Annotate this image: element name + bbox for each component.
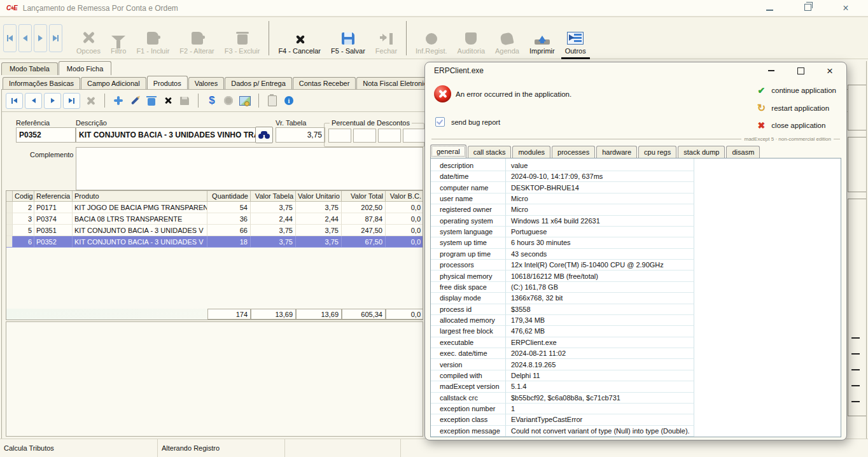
column-header[interactable]: Valor Unitario	[296, 191, 342, 202]
column-header[interactable]: Quantidade	[207, 191, 251, 202]
error-table-row[interactable]: program up time43 seconds	[431, 249, 841, 260]
close-icon[interactable]: ×	[837, 3, 854, 13]
grid-previous-button[interactable]	[25, 93, 42, 109]
desconto-field-2[interactable]	[353, 129, 376, 143]
agenda-button[interactable]: Agenda	[490, 22, 524, 55]
alterar-button[interactable]: F2 - Alterar	[174, 22, 219, 55]
grid-price-button[interactable]: $	[206, 95, 218, 106]
error-table-row[interactable]: compiled withDelphi 11	[431, 370, 841, 381]
continue-application-link[interactable]: ✔ continue application	[756, 85, 836, 95]
search-button[interactable]	[255, 127, 273, 143]
column-header[interactable]: Referencia	[34, 191, 73, 202]
tab-cpu-regs[interactable]: cpu regs	[638, 146, 676, 158]
error-table-row[interactable]: allocated memory179,34 MB	[431, 315, 841, 326]
tab-informacoes-basicas[interactable]: Informações Basicas	[3, 77, 80, 89]
column-header[interactable]: Valor B.C.	[386, 191, 423, 202]
opcoes-button[interactable]: Opcoes	[71, 22, 106, 55]
error-table-row[interactable]: exec. date/time2024-08-21 11:02	[431, 348, 841, 359]
tab-call-stacks[interactable]: call stacks	[468, 146, 512, 158]
cancelar-button[interactable]: F4 - Cancelar	[273, 22, 326, 55]
error-table-row[interactable]: registered ownerMicro	[431, 204, 841, 215]
excluir-button[interactable]: F3 - Excluir	[220, 22, 265, 55]
grid-export-button[interactable]	[239, 95, 251, 106]
column-header[interactable]: description	[431, 158, 506, 171]
tab-valores[interactable]: Valores	[188, 77, 224, 89]
dialog-minimize-icon[interactable]	[766, 70, 776, 71]
error-table-row[interactable]: exception number1	[431, 404, 841, 414]
desconto-field-3[interactable]	[378, 129, 401, 143]
minimize-icon[interactable]	[761, 4, 778, 12]
grid-edit-button[interactable]	[129, 95, 141, 106]
grid-row[interactable]: 5P0351KIT CONJUNTO BACIA - 3 UNIDADES V6…	[6, 225, 423, 236]
incluir-button[interactable]: F1 - Incluir	[131, 22, 174, 55]
error-table-row[interactable]: system languagePortuguese	[431, 227, 841, 237]
first-record-button[interactable]	[3, 24, 17, 52]
tab-stack-dump[interactable]: stack dump	[678, 146, 725, 158]
previous-record-button[interactable]	[18, 24, 32, 52]
restart-application-link[interactable]: ↻ restart application	[756, 102, 829, 114]
imprimir-button[interactable]: Imprimir	[524, 22, 560, 55]
grid-add-button[interactable]	[113, 95, 124, 106]
error-table-row[interactable]: madExcept version5.1.4	[431, 381, 841, 392]
error-table-row[interactable]: physical memory10618/16212 MB (free/tota…	[431, 271, 841, 281]
column-header[interactable]: Valor Total	[342, 191, 386, 202]
vr-tabela-field[interactable]: 3,75	[276, 127, 325, 143]
grid-row[interactable]: 2P0171KIT JOGO DE BACIA PMG TRANSPAREN54…	[6, 202, 423, 213]
grid-tools-button[interactable]	[85, 95, 97, 106]
error-table-row[interactable]: display mode1366x768, 32 bit	[431, 293, 841, 304]
grid-last-button[interactable]	[63, 93, 80, 109]
grid-first-button[interactable]	[6, 93, 23, 109]
inf-regist-button[interactable]: Inf.Regist.	[410, 22, 452, 55]
tab-produtos[interactable]: Produtos	[147, 76, 188, 89]
column-header[interactable]: Codig	[13, 191, 34, 202]
column-header[interactable]: Produto	[73, 191, 207, 202]
error-table-row[interactable]: system up time6 hours 30 minutes	[431, 237, 841, 248]
descricao-field[interactable]: KIT CONJUNTO BACIA - 3 UNIDADES VINHO TR…	[76, 127, 260, 143]
grid-paste-button[interactable]	[267, 95, 278, 106]
error-table-row[interactable]: version2024.8.19.265	[431, 359, 841, 370]
error-table-row[interactable]: largest free block476,62 MB	[431, 326, 841, 337]
grid-row[interactable]: 3P0374BACIA 08 LTRS TRANSPARENTE362,442,…	[6, 213, 423, 225]
dialog-maximize-icon[interactable]	[795, 67, 806, 74]
error-table-row[interactable]: exception classEVariantTypeCastError	[431, 414, 841, 425]
grid-next-button[interactable]	[44, 93, 61, 109]
grid-delete-button[interactable]	[146, 95, 157, 106]
grid-row[interactable]: 6P0352KIT CONJUNTO BACIA - 3 UNIDADES V1…	[6, 236, 423, 248]
column-header[interactable]: value	[506, 158, 694, 171]
outros-button[interactable]: Outros	[560, 22, 591, 55]
tab-disasm[interactable]: disasm	[726, 146, 760, 158]
grid-info-button[interactable]: i	[283, 95, 295, 106]
send-bug-report-checkbox[interactable]	[435, 117, 445, 127]
grid-globe-button[interactable]	[223, 95, 234, 106]
tab-modules[interactable]: modules	[512, 146, 550, 158]
complemento-field[interactable]	[76, 147, 423, 190]
close-application-link[interactable]: ✖ close application	[756, 120, 825, 130]
error-table-row[interactable]: executableERPClient.exe	[431, 337, 841, 348]
tab-contas-receber[interactable]: Contas Receber	[293, 77, 356, 89]
error-table-row[interactable]: user nameMicro	[431, 193, 841, 204]
error-table-row[interactable]: computer nameDESKTOP-BHRUE14	[431, 182, 841, 193]
salvar-button[interactable]: F5 - Salvar	[326, 22, 370, 55]
tab-dados-entrega[interactable]: Dados p/ Entrega	[225, 77, 292, 89]
error-table-row[interactable]: operating systemWindows 11 x64 build 226…	[431, 216, 841, 227]
tab-modo-tabela[interactable]: Modo Tabela	[1, 62, 58, 75]
error-table-row[interactable]: free disk space(C:) 161,78 GB	[431, 282, 841, 293]
fechar-button[interactable]: Fechar	[370, 22, 402, 55]
auditoria-button[interactable]: Auditoria	[452, 22, 490, 55]
next-record-button[interactable]	[34, 24, 47, 52]
grid-save-button[interactable]	[179, 95, 190, 106]
dialog-close-icon[interactable]: ×	[825, 66, 835, 76]
tab-general[interactable]: general	[430, 144, 466, 158]
last-record-button[interactable]	[49, 24, 62, 52]
error-table-row[interactable]: process id$3558	[431, 304, 841, 315]
tab-campo-adicional[interactable]: Campo Adicional	[81, 77, 146, 89]
error-table-row[interactable]: exception messageCould not convert varia…	[431, 426, 841, 437]
tab-processes[interactable]: processes	[552, 146, 595, 158]
error-table-row[interactable]: date/time2024-09-10, 14:17:09, 637ms	[431, 171, 841, 182]
restore-icon[interactable]	[799, 4, 816, 12]
error-table-row[interactable]: callstack crc$b55bcf92, $c6a08b8a, $c71c…	[431, 393, 841, 404]
tab-hardware[interactable]: hardware	[596, 146, 637, 158]
send-bug-report-row[interactable]: send bug report	[435, 117, 500, 127]
grid-cancel-button[interactable]	[162, 95, 174, 106]
desconto-field-4[interactable]	[403, 129, 426, 143]
